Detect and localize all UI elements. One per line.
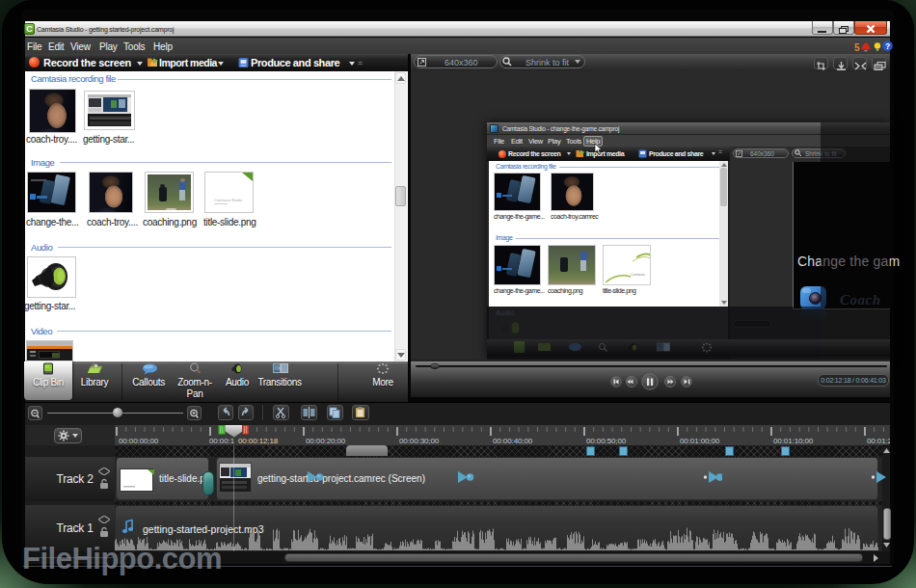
svg-text:00:00:50;00: 00:00:50;00 xyxy=(586,437,627,445)
svg-text:Camtasia: Camtasia xyxy=(631,273,645,277)
svg-text:00:01:20;0: 00:01:20;0 xyxy=(867,437,890,445)
svg-text:00:00:30;00: 00:00:30;00 xyxy=(399,437,440,445)
svg-text:?: ? xyxy=(885,41,890,51)
svg-text:00:00:00;00: 00:00:00;00 xyxy=(119,437,159,445)
svg-text:00:01:00;00: 00:01:00;00 xyxy=(680,437,720,445)
svg-text:00:00:40;00: 00:00:40;00 xyxy=(493,437,533,445)
svg-text:00:00:20;00: 00:00:20;00 xyxy=(306,437,346,445)
svg-text:00:00:1: 00:00:1 xyxy=(209,437,235,445)
svg-text:00:01:10;00: 00:01:10;00 xyxy=(773,437,814,445)
svg-text:Camtasia Studio: Camtasia Studio xyxy=(214,198,243,202)
svg-text:00:00:12;18: 00:00:12;18 xyxy=(238,437,279,445)
